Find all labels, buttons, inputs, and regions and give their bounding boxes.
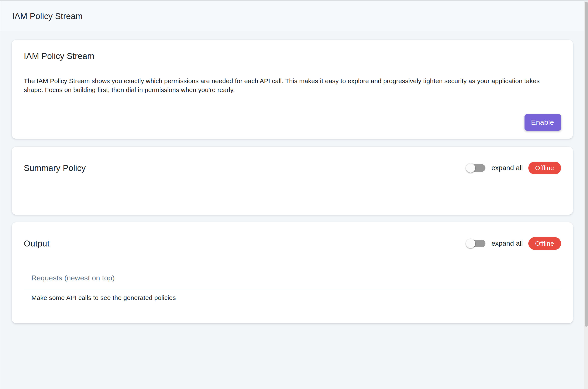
window-left-edge [1,1,1,389]
page-viewport: IAM Policy Stream IAM Policy Stream The … [0,0,588,389]
summary-expand-all-toggle[interactable] [467,162,485,173]
app-header: IAM Policy Stream [0,1,588,32]
output-controls: expand all Offline [467,237,561,250]
requests-heading: Requests (newest on top) [24,272,561,284]
summary-status-badge: Offline [528,162,561,174]
output-status-badge: Offline [528,237,561,250]
requests-divider [24,289,561,289]
summary-policy-heading: Summary Policy [24,161,86,175]
intro-card: IAM Policy Stream The IAM Policy Stream … [12,40,573,139]
summary-policy-controls: expand all Offline [467,162,561,174]
summary-expand-all-label[interactable]: expand all [491,164,523,172]
intro-card-description: The IAM Policy Stream shows you exactly … [24,76,561,94]
output-heading: Output [24,236,49,250]
scrollbar-thumb[interactable] [585,2,588,327]
page-title: IAM Policy Stream [12,11,83,22]
output-header-row: Output expand all Offline [24,235,561,252]
output-expand-all-toggle[interactable] [467,238,485,249]
summary-policy-header-row: Summary Policy expand all Offline [24,160,561,176]
vertical-scrollbar[interactable] [584,1,588,389]
intro-card-heading: IAM Policy Stream [24,49,561,63]
requests-section: Requests (newest on top) Make some API c… [24,272,561,302]
output-expand-all-label[interactable]: expand all [491,239,523,247]
output-card: Output expand all Offline Requests (newe… [12,222,573,323]
requests-empty-message: Make some API calls to see the generated… [24,293,561,302]
window-top-edge [0,0,588,1]
toggle-knob [466,239,475,248]
enable-button[interactable]: Enable [524,114,561,131]
main-content: IAM Policy Stream The IAM Policy Stream … [0,32,588,389]
toggle-knob [466,163,475,172]
summary-policy-card: Summary Policy expand all Offline [12,147,573,215]
intro-card-actions: Enable [24,114,561,131]
